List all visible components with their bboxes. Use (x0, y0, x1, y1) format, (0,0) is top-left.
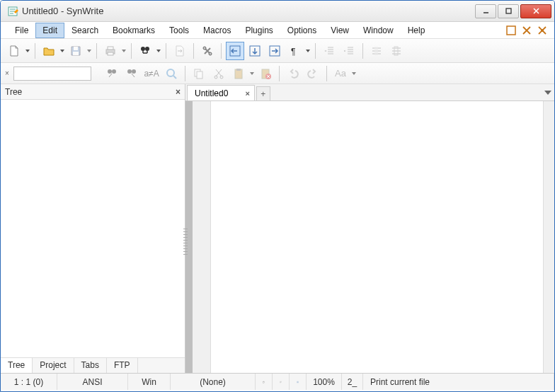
editor-tab-close-icon[interactable]: × (245, 89, 249, 98)
find-button[interactable] (136, 42, 154, 60)
tab-ftp[interactable]: FTP (107, 358, 138, 373)
print-dropdown[interactable] (121, 50, 127, 52)
wrap-down-button[interactable] (246, 42, 264, 60)
wrap-right-button[interactable] (265, 42, 284, 60)
paste-dropdown[interactable] (249, 72, 255, 75)
menubar-close-icon[interactable] (522, 25, 532, 35)
menu-file[interactable]: File (8, 23, 35, 38)
status-zoom[interactable]: 100% (307, 374, 342, 390)
pilcrow-button[interactable]: ¶ (285, 42, 304, 60)
tab-project[interactable]: Project (33, 358, 74, 373)
find-next-button[interactable] (122, 64, 141, 83)
svg-point-19 (108, 69, 112, 74)
search-close-icon[interactable]: × (5, 69, 12, 77)
case-icon: a≠A (142, 69, 161, 79)
delete-button[interactable] (256, 64, 275, 83)
open-file-dropdown[interactable] (59, 50, 65, 52)
svg-point-9 (141, 47, 145, 51)
tab-tabs[interactable]: Tabs (74, 358, 107, 373)
copy-button[interactable] (190, 64, 208, 83)
case-button[interactable]: a≠A (142, 64, 161, 83)
left-panel-close-icon[interactable]: × (176, 87, 181, 97)
app-icon (7, 6, 18, 17)
new-file-button[interactable] (5, 42, 23, 60)
zoom-button[interactable] (162, 64, 181, 83)
svg-rect-8 (108, 52, 113, 55)
left-panel: Tree × Tree Project Tabs FTP (1, 84, 185, 373)
status-hint: Print current file (363, 374, 554, 390)
statusbar: 1 : 1 (0) ANSI Win (None) 100% 2_ Print … (1, 373, 554, 390)
menu-view[interactable]: View (324, 23, 356, 38)
status-wrap-icon[interactable] (273, 374, 290, 390)
svg-rect-17 (374, 47, 378, 55)
menubar-plugin-icon[interactable] (537, 25, 547, 35)
svg-point-10 (145, 47, 149, 51)
menu-search[interactable]: Search (64, 23, 105, 38)
status-selmode-icon[interactable] (290, 374, 307, 390)
print-button[interactable] (101, 42, 120, 60)
comment-button[interactable] (367, 42, 386, 60)
svg-rect-25 (197, 71, 202, 79)
menu-options[interactable]: Options (280, 23, 324, 38)
uncomment-button[interactable] (387, 42, 406, 60)
unindent-button[interactable] (320, 42, 338, 60)
save-dropdown[interactable] (86, 50, 92, 52)
svg-rect-2 (507, 26, 515, 35)
redo-button[interactable] (304, 64, 322, 83)
status-encoding[interactable]: ANSI (57, 374, 128, 390)
status-lock-icon[interactable] (256, 374, 273, 390)
menu-tools[interactable]: Tools (162, 23, 196, 38)
left-panel-tabs: Tree Project Tabs FTP (1, 357, 185, 373)
fullscreen-icon[interactable] (506, 25, 516, 35)
svg-point-22 (132, 69, 136, 74)
menu-plugins[interactable]: Plugins (238, 23, 280, 38)
settings-button[interactable] (198, 42, 217, 60)
font-dropdown[interactable] (351, 72, 357, 75)
menu-window[interactable]: Window (356, 23, 401, 38)
tab-overflow-icon[interactable] (544, 87, 551, 97)
find-prev-button[interactable] (103, 64, 121, 83)
open-file-button[interactable] (40, 42, 58, 60)
editor-textarea[interactable] (211, 101, 554, 373)
splitter-handle[interactable] (183, 229, 188, 257)
main-area: Tree × Tree Project Tabs FTP Untitled0 ×… (1, 84, 554, 373)
editor-gutter (185, 101, 211, 373)
pilcrow-dropdown[interactable] (305, 50, 311, 52)
status-pos: 1 : 1 (0) (1, 374, 57, 390)
left-panel-title: Tree (5, 87, 176, 97)
tree-body[interactable] (1, 100, 185, 357)
indent-button[interactable] (340, 42, 358, 60)
toolbar-main: ¶ (1, 39, 554, 63)
goto-button[interactable] (171, 42, 189, 60)
new-file-dropdown[interactable] (25, 50, 30, 52)
menu-edit[interactable]: Edit (35, 23, 64, 38)
maximize-button[interactable] (498, 4, 519, 18)
left-panel-header: Tree × (1, 84, 185, 100)
wrap-left-button[interactable] (226, 42, 244, 60)
find-dropdown[interactable] (156, 50, 161, 52)
status-ins[interactable]: 2_ (342, 374, 363, 390)
undo-button[interactable] (284, 64, 302, 83)
new-tab-button[interactable]: + (256, 86, 270, 100)
close-button[interactable] (520, 4, 551, 18)
editor-scrollbar[interactable] (543, 101, 554, 373)
menu-help[interactable]: Help (401, 23, 433, 38)
font-button[interactable]: Aa (331, 64, 350, 83)
menu-macros[interactable]: Macros (196, 23, 238, 38)
editor-tab-0[interactable]: Untitled0 × (187, 85, 255, 100)
svg-point-20 (112, 69, 116, 74)
paste-button[interactable] (229, 64, 248, 83)
search-input[interactable] (13, 67, 91, 81)
svg-rect-1 (506, 8, 511, 13)
minimize-button[interactable] (475, 4, 496, 18)
menu-bookmarks[interactable]: Bookmarks (105, 23, 162, 38)
font-icon: Aa (333, 68, 348, 79)
status-syntax[interactable]: (None) (171, 374, 256, 390)
cut-button[interactable] (210, 64, 228, 83)
tab-tree[interactable]: Tree (1, 358, 33, 373)
save-button[interactable] (67, 42, 85, 60)
svg-point-21 (127, 69, 132, 74)
svg-rect-5 (73, 52, 79, 55)
status-lineend[interactable]: Win (128, 374, 171, 390)
svg-point-3 (541, 29, 544, 32)
